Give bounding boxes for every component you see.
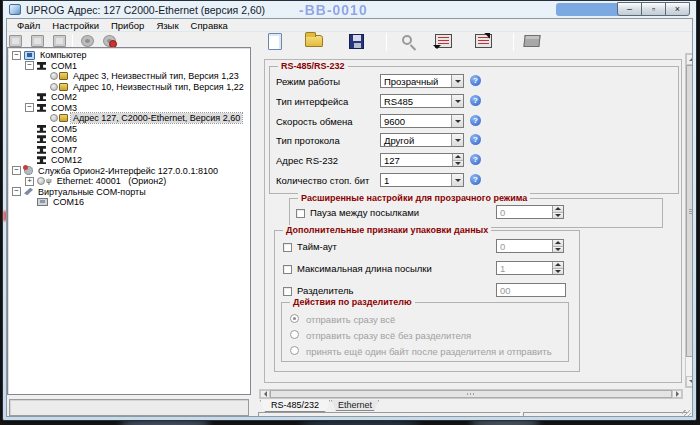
read-device-button[interactable] <box>431 30 455 52</box>
tree-item[interactable]: Адрес 10, Неизвестный тип, Версия 1,22 <box>8 82 250 93</box>
menu-item-device[interactable]: Прибор <box>105 19 150 32</box>
doc-icon[interactable] <box>53 35 66 47</box>
scroll-right-arrow[interactable] <box>672 390 682 398</box>
scroll-left-arrow[interactable] <box>260 390 270 398</box>
search-button[interactable] <box>393 30 417 52</box>
radio-button[interactable] <box>290 314 299 323</box>
gear-alert-icon[interactable] <box>103 35 116 47</box>
vertical-scrollbar[interactable] <box>685 53 693 388</box>
tree-item[interactable]: Адрес 3, Неизвестный тип, Версия 1,23 <box>8 71 250 82</box>
com-port-icon <box>37 156 46 164</box>
field-label: Адрес RS-232 <box>276 155 338 166</box>
tree-item[interactable]: −Служба Орион2-Интерфейс 127.0.0.1:8100 <box>8 166 250 177</box>
open-folder-button[interactable] <box>302 30 326 52</box>
horizontal-scrollbar[interactable] <box>259 389 683 399</box>
chevron-down-icon[interactable] <box>451 134 463 146</box>
tab-rs485-232[interactable]: RS-485/232 <box>260 400 330 412</box>
chevron-down-icon[interactable] <box>451 174 463 186</box>
spinner-value: 0 <box>497 206 552 218</box>
device-button[interactable] <box>520 30 544 52</box>
collapse-icon[interactable]: − <box>12 187 21 196</box>
max-packet-length-spinner[interactable]: 1 <box>496 261 564 275</box>
menu-item-language[interactable]: Язык <box>150 19 184 32</box>
tree-item[interactable]: −Виртуальные COM-порты <box>8 187 250 198</box>
field-label: Тип интерфейса <box>276 96 348 107</box>
baud-rate-select[interactable]: 9600 <box>380 114 464 128</box>
collapse-icon[interactable]: − <box>25 103 34 112</box>
timeout-spinner[interactable]: 0 <box>496 239 564 253</box>
expand-icon[interactable]: + <box>25 177 34 186</box>
collapse-icon[interactable]: − <box>12 166 21 175</box>
tree-item[interactable]: −COM1 <box>8 61 250 72</box>
write-device-icon <box>475 34 492 48</box>
vertical-scrollbar-thumb[interactable] <box>686 65 693 357</box>
tab-ethernet[interactable]: Ethernet <box>331 400 379 411</box>
mode-select[interactable]: Прозрачный <box>380 74 464 88</box>
pause-between-packets-spinner[interactable]: 0 <box>496 205 564 219</box>
tree-item[interactable]: +ψEthernet: 40001 (Орион2) <box>8 176 250 187</box>
menu-item-file[interactable]: Файл <box>11 19 46 32</box>
minimize-button[interactable]: – <box>617 2 642 16</box>
radio-button[interactable] <box>290 330 299 339</box>
resize-grip[interactable] <box>682 410 691 417</box>
radio-button[interactable] <box>290 346 299 355</box>
tree-item[interactable]: COM2 <box>8 92 250 103</box>
device-tree[interactable]: −Компьютер−COM1Адрес 3, Неизвестный тип,… <box>7 47 251 395</box>
write-device-button[interactable] <box>471 30 495 52</box>
title-bar[interactable]: -BB-0010 UPROG Адрес: 127 C2000-Ethernet… <box>3 1 696 18</box>
spinner-down-icon[interactable] <box>553 213 563 219</box>
new-doc-icon <box>268 33 282 50</box>
separator-input[interactable]: 00 <box>496 283 566 297</box>
separator-checkbox[interactable] <box>283 287 292 296</box>
tree-item-label: COM12 <box>49 155 84 165</box>
gear-icon[interactable] <box>81 35 94 47</box>
com-port-icon <box>37 93 46 101</box>
tree-item[interactable]: COM6 <box>8 134 250 145</box>
tree-item[interactable]: COM7 <box>8 145 250 156</box>
tree-item[interactable]: Адрес 127, C2000-Ethernet, Версия 2,60 <box>8 113 250 124</box>
maximize-button[interactable]: ▫ <box>641 2 666 16</box>
collapse-icon[interactable]: − <box>12 51 21 60</box>
menu-item-help[interactable]: Справка <box>185 19 234 32</box>
rs232-address-spinner[interactable]: 127 <box>380 153 464 167</box>
help-icon[interactable]: ? <box>470 95 481 106</box>
radio-label: принять ещё один байт после разделителя … <box>306 346 552 357</box>
spinner-down-icon[interactable] <box>553 247 563 253</box>
spinner-down-icon[interactable] <box>553 269 563 275</box>
help-icon[interactable]: ? <box>470 174 481 185</box>
radio-row: отправить сразу всё без разделителя <box>282 328 568 344</box>
tree-item-label: Виртуальные COM-порты <box>36 187 148 197</box>
help-icon[interactable]: ? <box>470 115 481 126</box>
scroll-down-arrow[interactable] <box>686 376 693 387</box>
menu-item-settings[interactable]: Настройки <box>46 19 105 32</box>
timeout-checkbox[interactable] <box>283 243 292 252</box>
protocol-type-select[interactable]: Другой <box>380 133 464 147</box>
com-port-icon <box>37 146 46 154</box>
tree-item[interactable]: −COM3 <box>8 103 250 114</box>
help-icon[interactable]: ? <box>470 134 481 145</box>
doc-icon[interactable] <box>31 35 44 47</box>
collapse-icon[interactable]: − <box>25 61 34 70</box>
spinner-buttons <box>452 154 463 166</box>
help-icon[interactable]: ? <box>470 75 481 86</box>
doc-icon[interactable] <box>9 35 22 47</box>
stop-bits-select[interactable]: 1 <box>380 173 464 187</box>
save-button[interactable] <box>344 30 368 52</box>
tree-item[interactable]: COM5 <box>8 124 250 135</box>
close-button[interactable]: × <box>665 2 690 16</box>
chevron-down-icon[interactable] <box>451 75 463 87</box>
help-icon[interactable]: ? <box>470 154 481 165</box>
scroll-up-arrow[interactable] <box>686 54 693 65</box>
chevron-down-icon[interactable] <box>451 115 463 127</box>
chevron-down-icon[interactable] <box>451 95 463 107</box>
combo-value: RS485 <box>381 95 451 107</box>
pause-checkbox[interactable] <box>296 209 305 218</box>
max-packet-length-checkbox[interactable] <box>283 265 292 274</box>
new-doc-button[interactable] <box>263 30 287 52</box>
tree-item[interactable]: COM16 <box>8 197 250 208</box>
interface-type-select[interactable]: RS485 <box>380 94 464 108</box>
tree-item[interactable]: COM12 <box>8 155 250 166</box>
spinner-down-icon[interactable] <box>453 161 463 167</box>
horizontal-scrollbar-thumb[interactable] <box>270 390 672 398</box>
tree-item[interactable]: −Компьютер <box>8 50 250 61</box>
